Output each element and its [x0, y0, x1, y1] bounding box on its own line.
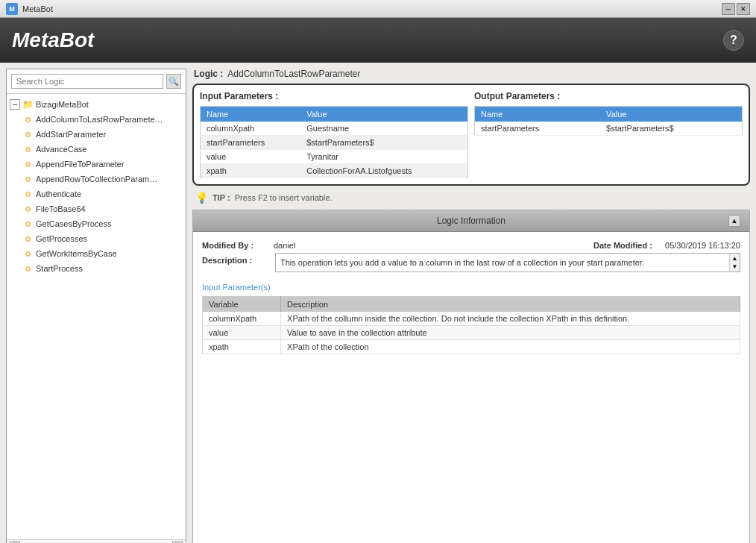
output-params-half: Output Parameters : Name Value startPara… — [474, 91, 743, 178]
tree-item-label-8: GetProcesses — [36, 234, 87, 243]
info-content: Modified By : daniel Date Modified : 05/… — [193, 232, 749, 543]
description-scrollbar[interactable]: ▲ ▼ — [729, 254, 740, 272]
gear-icon-10: ⚙ — [22, 263, 34, 274]
title-bar-controls: ─ ✕ — [722, 3, 750, 15]
output-name-0: startParameters — [475, 122, 601, 136]
table-row[interactable]: value Value to save in the collection at… — [203, 326, 740, 340]
tree-root-node[interactable]: ─ 📁 BizagiMetaBot — [10, 97, 183, 112]
tip-message: Press F2 to insert variable. — [235, 193, 333, 202]
tree-toggle-root[interactable]: ─ — [10, 99, 20, 110]
right-panel: Logic : AddColumnToLastRowParameter Inpu… — [192, 69, 750, 543]
gear-icon-8: ⚙ — [22, 233, 34, 245]
search-box: 🔍 — [7, 69, 186, 94]
tree-item-4[interactable]: ⚙ AppendRowToCollectionParam… — [10, 172, 183, 186]
table-row[interactable]: startParameters $startParameters$ — [201, 136, 468, 150]
tree-item-1[interactable]: ⚙ AddStartParameter — [10, 127, 183, 142]
gear-icon-4: ⚙ — [22, 173, 34, 185]
info-scroll-up-btn[interactable]: ▲ — [728, 215, 740, 227]
output-value-0: $startParameters$ — [600, 122, 742, 136]
table-row[interactable]: value Tyranitar — [201, 150, 468, 164]
tree-item-5[interactable]: ⚙ Authenticate — [10, 186, 183, 201]
bulb-icon: 💡 — [195, 192, 208, 204]
tree-item-label-6: FileToBase64 — [36, 204, 86, 213]
output-col-name: Name — [475, 107, 601, 122]
content-area: 🔍 ─ 📁 BizagiMetaBot ⚙ AddColumnToLastRow… — [0, 63, 756, 543]
tree-item-10[interactable]: ⚙ StartProcess — [10, 261, 183, 276]
modified-by-label: Modified By : — [202, 241, 269, 250]
input-value-3: CollectionForAA.Listofguests — [300, 164, 467, 178]
output-params-title: Output Parameters : — [474, 91, 743, 101]
logic-desc-2: XPath of the collection — [281, 340, 740, 354]
info-section: Logic Information ▲ Modified By : daniel… — [192, 210, 750, 543]
logic-col-description: Description — [281, 297, 740, 313]
tree-item-3[interactable]: ⚙ AppendFileToParameter — [10, 157, 183, 172]
gear-icon-9: ⚙ — [22, 248, 34, 260]
logic-var-1: value — [203, 326, 281, 340]
tree-root-label: BizagiMetaBot — [36, 100, 89, 109]
app-title: MetaBot — [12, 28, 94, 52]
logic-col-variable: Variable — [203, 297, 281, 313]
input-name-1: startParameters — [201, 136, 301, 150]
tree-item-7[interactable]: ⚙ GetCasesByProcess — [10, 216, 183, 231]
table-row[interactable]: startParameters $startParameters$ — [475, 122, 743, 136]
tree-item-label-1: AddStartParameter — [36, 130, 106, 139]
gear-icon-6: ⚙ — [22, 203, 34, 215]
left-panel: 🔍 ─ 📁 BizagiMetaBot ⚙ AddColumnToLastRow… — [6, 69, 186, 543]
tree-item-6[interactable]: ⚙ FileToBase64 — [10, 201, 183, 216]
tree-item-8[interactable]: ⚙ GetProcesses — [10, 231, 183, 246]
table-row[interactable]: xpath XPath of the collection — [203, 340, 740, 354]
help-button[interactable]: ? — [723, 30, 744, 51]
description-row: Description : This operation lets you ad… — [202, 253, 740, 277]
date-modified-value: 05/30/2019 16:13:20 — [665, 241, 740, 250]
info-header-title: Logic Information — [214, 216, 728, 226]
table-row[interactable]: columnXpath XPath of the collumn inside … — [203, 312, 740, 326]
app-header: MetaBot ? — [0, 18, 756, 63]
tree-item-label-2: AdvanceCase — [36, 145, 87, 154]
horizontal-scrollbar[interactable]: ◀ ▶ — [7, 539, 186, 543]
input-params-half: Input Parameters : Name Value columnXpat… — [200, 91, 468, 178]
logic-input-params: Input Parameter(s) Variable Description — [202, 283, 740, 354]
minimize-button[interactable]: ─ — [722, 3, 735, 15]
app-icon: M — [6, 3, 18, 15]
logic-desc-1: Value to save in the collection attribut… — [281, 326, 740, 340]
input-name-2: value — [201, 150, 301, 164]
output-params-table: Name Value startParameters $startParamet… — [474, 106, 743, 136]
description-text: This operation lets you add a value to a… — [276, 254, 740, 272]
folder-icon: 📁 — [22, 98, 34, 110]
logic-input-params-title: Input Parameter(s) — [202, 283, 740, 292]
table-row[interactable]: columnXpath Guestname — [201, 122, 468, 136]
tree-item-label-3: AppendFileToParameter — [36, 160, 125, 169]
logic-var-2: xpath — [203, 340, 281, 354]
gear-icon-2: ⚙ — [22, 143, 34, 155]
input-col-name: Name — [201, 107, 301, 122]
logic-header: Logic : AddColumnToLastRowParameter — [192, 69, 750, 79]
logic-name: AddColumnToLastRowParameter — [227, 69, 360, 79]
params-section: Input Parameters : Name Value columnXpat… — [192, 84, 750, 186]
tree-item-0[interactable]: ⚙ AddColumnToLastRowParamete… — [10, 112, 183, 127]
gear-icon-0: ⚙ — [22, 113, 34, 125]
logic-desc-0: XPath of the collumn inside the collecti… — [281, 312, 740, 326]
logic-input-params-table: Variable Description columnXpath XPath o… — [202, 296, 740, 354]
gear-icon-5: ⚙ — [22, 188, 34, 200]
tree-item-label-7: GetCasesByProcess — [36, 219, 111, 228]
input-col-value: Value — [300, 107, 467, 122]
input-value-1: $startParameters$ — [300, 136, 467, 150]
gear-icon-3: ⚙ — [22, 158, 34, 170]
tree-item-2[interactable]: ⚙ AdvanceCase — [10, 142, 183, 157]
tree-item-label-5: Authenticate — [36, 189, 81, 198]
description-label: Description : — [202, 253, 269, 265]
tree-item-9[interactable]: ⚙ GetWorkItemsByCase — [10, 246, 183, 261]
table-row[interactable]: xpath CollectionForAA.Listofguests — [201, 164, 468, 178]
date-modified-label: Date Modified : — [593, 241, 661, 250]
search-input[interactable] — [11, 74, 163, 89]
search-button[interactable]: 🔍 — [166, 74, 181, 89]
logic-var-0: columnXpath — [203, 312, 281, 326]
logic-label: Logic : — [194, 69, 223, 79]
tree-item-label-10: StartProcess — [36, 264, 83, 273]
tip-text: TIP : Press F2 to insert variable. — [212, 193, 333, 202]
info-header: Logic Information ▲ — [193, 210, 749, 232]
close-button[interactable]: ✕ — [737, 3, 750, 15]
output-col-value: Value — [600, 107, 742, 122]
input-value-0: Guestname — [300, 122, 467, 136]
tree-area: ─ 📁 BizagiMetaBot ⚙ AddColumnToLastRowPa… — [7, 94, 186, 539]
